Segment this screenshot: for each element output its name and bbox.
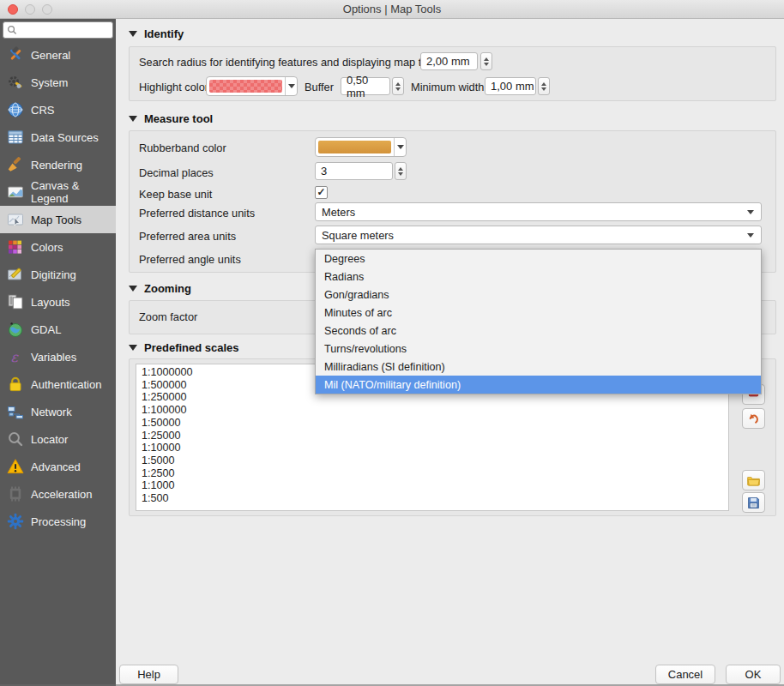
minimize-window-button[interactable]	[25, 4, 35, 15]
buffer-stepper[interactable]	[392, 77, 404, 95]
measure-section-title: Measure tool	[144, 112, 213, 125]
rubberband-color-swatch	[318, 141, 391, 153]
options-dialog: Options | Map Tools General System CRS	[0, 0, 784, 686]
export-scales-button[interactable]	[742, 492, 765, 513]
palette-icon	[6, 238, 24, 256]
warning-icon	[6, 458, 24, 475]
sidebar-item-label: Rendering	[31, 159, 82, 172]
sidebar-item-network[interactable]: Network	[0, 398, 116, 425]
ok-button[interactable]: OK	[726, 665, 781, 684]
sidebar-item-label: Layouts	[31, 296, 70, 309]
chevron-down-icon	[747, 210, 754, 214]
decimal-places-input[interactable]: 3	[315, 162, 393, 180]
sidebar-item-advanced[interactable]: Advanced	[0, 453, 116, 480]
decimal-places-stepper[interactable]	[395, 162, 407, 180]
buffer-input[interactable]: 0,50 mm	[341, 77, 390, 95]
dropdown-option[interactable]: Degrees	[316, 250, 761, 268]
measure-section-header[interactable]: Measure tool	[129, 112, 213, 125]
sidebar-item-label: Map Tools	[31, 214, 81, 226]
sidebar-item-acceleration[interactable]: Acceleration	[0, 480, 116, 508]
brush-icon	[6, 156, 24, 173]
scale-list-item[interactable]: 1:500	[142, 492, 728, 505]
tools-icon	[6, 46, 24, 63]
epsilon-icon: ε	[6, 348, 24, 365]
import-scales-button[interactable]	[742, 470, 765, 490]
dropdown-option[interactable]: Minutes of arc	[316, 304, 761, 322]
search-radius-label: Search radius for identifying features a…	[139, 56, 436, 69]
search-radius-input[interactable]: 2,00 mm	[420, 52, 478, 70]
help-button[interactable]: Help	[119, 665, 178, 684]
scale-list-item[interactable]: 1:2500	[142, 467, 728, 480]
folder-icon	[746, 473, 761, 488]
table-icon	[6, 129, 24, 146]
minimum-width-label: Minimum width	[411, 81, 484, 93]
main-content: Identify Search radius for identifying f…	[116, 19, 784, 686]
zooming-section-header[interactable]: Zooming	[129, 282, 191, 295]
sidebar-item-general[interactable]: General	[0, 41, 116, 69]
lock-icon	[6, 376, 24, 393]
search-radius-stepper[interactable]	[480, 52, 492, 70]
dropdown-option[interactable]: Milliradians (SI definition)	[316, 358, 761, 376]
sidebar-item-data-sources[interactable]: Data Sources	[0, 123, 116, 151]
scale-list-item[interactable]: 1:50000	[142, 417, 728, 430]
sidebar-item-label: System	[31, 76, 68, 89]
search-icon	[7, 25, 17, 35]
predefined-scales-section-title: Predefined scales	[144, 341, 239, 354]
sidebar-item-digitizing[interactable]: Digitizing	[0, 261, 116, 288]
dropdown-option[interactable]: Seconds of arc	[316, 322, 761, 340]
chevron-down-icon[interactable]	[285, 77, 297, 95]
chip-icon	[6, 485, 24, 502]
sidebar-item-layouts[interactable]: Layouts	[0, 288, 116, 316]
highlight-color-label: Highlight color	[139, 81, 208, 93]
sidebar-item-locator[interactable]: Locator	[0, 425, 116, 453]
close-window-button[interactable]	[8, 4, 18, 15]
angle-units-dropdown: DegreesRadiansGon/gradiansMinutes of arc…	[315, 249, 762, 394]
minimum-width-input[interactable]: 1,00 mm	[485, 77, 536, 95]
sidebar-item-rendering[interactable]: Rendering	[0, 151, 116, 178]
processing-gear-icon	[6, 513, 24, 530]
scale-list-item[interactable]: 1:1000	[142, 479, 728, 492]
sidebar-item-canvas-legend[interactable]: Canvas & Legend	[0, 178, 116, 206]
highlight-color-swatch	[209, 80, 282, 93]
decimal-places-label: Decimal places	[139, 166, 214, 179]
predefined-scales-section-header[interactable]: Predefined scales	[129, 341, 239, 354]
sidebar-item-colors[interactable]: Colors	[0, 233, 116, 261]
identify-section-title: Identify	[144, 27, 184, 40]
chevron-down-icon	[747, 233, 754, 238]
sidebar-item-label: Variables	[31, 351, 76, 364]
sidebar-item-authentication[interactable]: Authentication	[0, 370, 116, 398]
sidebar-item-map-tools[interactable]: Map Tools	[0, 206, 116, 233]
identify-section-header[interactable]: Identify	[129, 27, 184, 40]
sidebar-search-input[interactable]	[3, 21, 113, 39]
scale-list-item[interactable]: 1:100000	[142, 404, 728, 417]
sidebar-item-system[interactable]: System	[0, 69, 116, 96]
minimum-width-stepper[interactable]	[538, 77, 550, 95]
scale-list-item[interactable]: 1:5000	[142, 454, 728, 467]
sidebar-item-gdal[interactable]: GDAL	[0, 316, 116, 343]
distance-units-combobox[interactable]: Meters	[315, 202, 762, 221]
sidebar-item-label: Advanced	[31, 460, 81, 473]
scale-list-item[interactable]: 1:25000	[142, 430, 728, 442]
sidebar-item-variables[interactable]: ε Variables	[0, 343, 116, 370]
sidebar-item-processing[interactable]: Processing	[0, 508, 116, 535]
dropdown-option[interactable]: Radians	[316, 268, 761, 286]
sidebar-item-label: GDAL	[31, 323, 61, 336]
dropdown-option[interactable]: Gon/gradians	[316, 286, 761, 304]
sidebar-item-label: CRS	[31, 104, 54, 117]
highlight-color-button[interactable]	[206, 76, 298, 96]
rubberband-color-button[interactable]	[315, 137, 407, 157]
restore-default-scales-button[interactable]	[742, 408, 765, 429]
dropdown-option[interactable]: Turns/revolutions	[316, 340, 761, 358]
save-floppy-icon	[746, 496, 761, 510]
chevron-down-icon[interactable]	[394, 138, 406, 156]
scale-list-item[interactable]: 1:10000	[142, 442, 728, 454]
sidebar-item-label: Acceleration	[31, 488, 93, 501]
zoom-window-button[interactable]	[42, 4, 52, 15]
sidebar-item-crs[interactable]: CRS	[0, 96, 116, 123]
cancel-button[interactable]: Cancel	[655, 665, 715, 684]
area-units-combobox[interactable]: Square meters	[315, 226, 762, 244]
layouts-icon	[6, 293, 24, 310]
keep-base-unit-checkbox[interactable]	[315, 186, 328, 199]
undo-arrow-icon	[746, 412, 761, 426]
dropdown-option[interactable]: Mil (NATO/military definition)	[316, 376, 761, 394]
